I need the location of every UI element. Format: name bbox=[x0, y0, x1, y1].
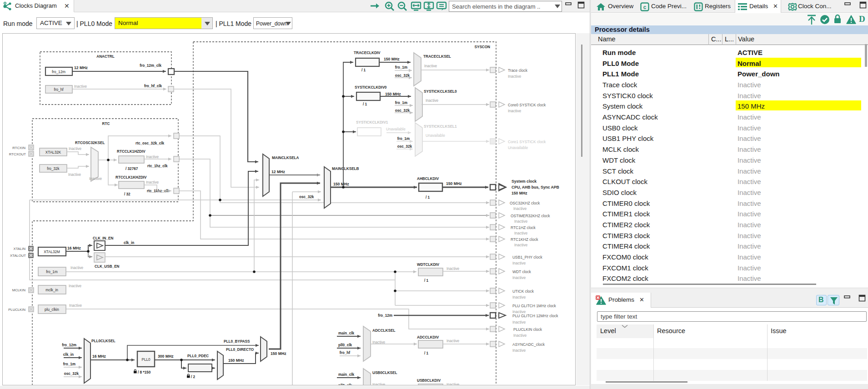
svg-text:MCLKIN: MCLKIN bbox=[12, 288, 25, 292]
svg-text:XTALOUT: XTALOUT bbox=[10, 254, 26, 258]
svg-text:MAINCLKSELA: MAINCLKSELA bbox=[272, 156, 299, 160]
svg-text:150 MHz: 150 MHz bbox=[384, 57, 400, 61]
svg-text:USB1_PHY clock: USB1_PHY clock bbox=[512, 255, 542, 259]
svg-text:16 MHz: 16 MHz bbox=[92, 354, 106, 359]
svg-text:Inactive: Inactive bbox=[447, 339, 460, 343]
svg-text:Inactive: Inactive bbox=[512, 261, 526, 265]
svg-text:12 MHz: 12 MHz bbox=[74, 65, 88, 70]
svg-text:RTCXOUT: RTCXOUT bbox=[9, 152, 26, 156]
svg-text:300 MHz: 300 MHz bbox=[158, 354, 174, 359]
svg-text:Inactive: Inactive bbox=[372, 383, 386, 385]
svg-text:TRACECLKDIV: TRACECLKDIV bbox=[354, 51, 381, 55]
svg-text:System clock: System clock bbox=[512, 179, 537, 184]
svg-text:/ 1: / 1 bbox=[361, 68, 366, 72]
svg-text:Inactive: Inactive bbox=[447, 383, 460, 385]
svg-text:main_clk: main_clk bbox=[338, 331, 354, 335]
svg-text:150 MHz: 150 MHz bbox=[271, 351, 286, 356]
svg-text:12 MHz: 12 MHz bbox=[271, 170, 285, 174]
svg-text:fro_12m_clk: fro_12m_clk bbox=[140, 64, 161, 68]
svg-text:CPU, AHB bus, Sync APB: CPU, AHB bus, Sync APB bbox=[512, 185, 559, 190]
svg-text:150 MHz: 150 MHz bbox=[512, 191, 527, 195]
svg-text:Inactive: Inactive bbox=[424, 64, 437, 68]
svg-text:SYSTICKCLKSEL1: SYSTICKCLKSEL1 bbox=[424, 125, 457, 129]
svg-text:ADCCLKDIV: ADCCLKDIV bbox=[417, 335, 439, 339]
svg-text:Inactive: Inactive bbox=[69, 284, 82, 288]
svg-text:Inactive: Inactive bbox=[514, 243, 527, 247]
svg-text:rtc_1hz_clk: rtc_1hz_clk bbox=[147, 164, 168, 168]
svg-text:PLL0_DIRECTO: PLL0_DIRECTO bbox=[226, 348, 254, 352]
svg-text:RTCCLK1KHZDIV: RTCCLK1KHZDIV bbox=[115, 175, 147, 180]
svg-text:/ 1: / 1 bbox=[424, 351, 429, 355]
svg-text:ASYNCADC_clock: ASYNCADC_clock bbox=[512, 342, 545, 347]
svg-text:/ 1: / 1 bbox=[426, 195, 430, 199]
svg-text:Inactive: Inactive bbox=[512, 295, 526, 299]
svg-text:Inactive: Inactive bbox=[447, 267, 460, 271]
svg-text:PLL0CLKSEL: PLL0CLKSEL bbox=[91, 339, 115, 343]
svg-text:Trace clock: Trace clock bbox=[508, 68, 528, 73]
svg-text:pll0_clk: pll0_clk bbox=[338, 343, 352, 347]
svg-text:XTAL32M: XTAL32M bbox=[44, 250, 60, 254]
svg-text:fro_1m: fro_1m bbox=[395, 65, 407, 70]
svg-text:UTICK clock: UTICK clock bbox=[512, 289, 534, 294]
svg-text:rtc_osc_32k_clk: rtc_osc_32k_clk bbox=[135, 141, 165, 145]
svg-text:Unavailable: Unavailable bbox=[508, 145, 528, 150]
svg-text:c: c bbox=[643, 4, 647, 10]
svg-text:Inactive: Inactive bbox=[68, 173, 81, 177]
svg-text:RTC: RTC bbox=[102, 122, 110, 126]
svg-text:Core0 SYSTICK clock: Core0 SYSTICK clock bbox=[508, 103, 546, 107]
svg-text:SYSTICKCLKDIV1: SYSTICKCLKDIV1 bbox=[356, 120, 388, 125]
svg-text:OSTIMER32KHZ clock: OSTIMER32KHZ clock bbox=[511, 214, 550, 218]
svg-text:RTCXIN: RTCXIN bbox=[12, 146, 25, 150]
svg-text:CLK_USB_EN: CLK_USB_EN bbox=[95, 264, 120, 269]
svg-text:TRACECLKSEL: TRACECLKSEL bbox=[423, 55, 451, 59]
svg-text:fro_12m: fro_12m bbox=[378, 314, 392, 318]
svg-text:pll0_clk: pll0_clk bbox=[338, 384, 352, 385]
svg-text:XTAL32K: XTAL32K bbox=[45, 150, 61, 155]
svg-text:PLUCLKIN: PLUCLKIN bbox=[8, 308, 25, 312]
svg-text:150 MHz: 150 MHz bbox=[385, 92, 401, 96]
svg-text:ADCCLKSEL: ADCCLKSEL bbox=[372, 329, 395, 333]
svg-text:PLU GLITCH 1MHz clock: PLU GLITCH 1MHz clock bbox=[512, 304, 557, 308]
svg-text:Core1 SYSTICK clock: Core1 SYSTICK clock bbox=[508, 140, 546, 144]
svg-text:osc_32k: osc_32k bbox=[397, 145, 412, 149]
svg-text:MAINCLKSELB: MAINCLKSELB bbox=[332, 167, 359, 171]
svg-text:Inactive: Inactive bbox=[508, 109, 521, 113]
svg-text:RTC1HZ clock: RTC1HZ clock bbox=[511, 225, 536, 230]
svg-text:PLL0_PDEC: PLL0_PDEC bbox=[187, 354, 209, 358]
svg-text:/ 1: / 1 bbox=[424, 279, 429, 283]
svg-text:150 MHz: 150 MHz bbox=[446, 181, 462, 186]
svg-text:PLL0_BYPASS: PLL0_BYPASS bbox=[224, 339, 250, 344]
svg-text:fro_32k: fro_32k bbox=[47, 167, 60, 171]
svg-text:OSC32KHZ clock: OSC32KHZ clock bbox=[510, 201, 540, 205]
svg-text:main_clk: main_clk bbox=[338, 373, 354, 377]
svg-text:fro_1m: fro_1m bbox=[46, 270, 58, 274]
svg-text:Unavailable: Unavailable bbox=[426, 134, 445, 138]
svg-text:USB0CLKDIV: USB0CLKDIV bbox=[417, 379, 441, 383]
svg-text:fro_1m: fro_1m bbox=[395, 101, 407, 105]
svg-text:XTALIN: XTALIN bbox=[13, 247, 25, 251]
svg-text:Inactive: Inactive bbox=[508, 74, 521, 79]
svg-text:/ 32767: / 32767 bbox=[125, 167, 138, 171]
svg-text:WDT clock: WDT clock bbox=[512, 269, 531, 274]
svg-text:fro_1m: fro_1m bbox=[63, 362, 75, 366]
svg-text:USB0CLKSEL: USB0CLKSEL bbox=[372, 371, 397, 375]
svg-text:Inactive: Inactive bbox=[69, 147, 82, 151]
svg-text:Inactive: Inactive bbox=[146, 180, 159, 185]
svg-text:Unavailable: Unavailable bbox=[386, 127, 406, 131]
svg-text:AHBCLKDIV: AHBCLKDIV bbox=[417, 177, 439, 181]
svg-text:osc_32k: osc_32k bbox=[395, 109, 410, 113]
svg-text:/ 32: / 32 bbox=[124, 192, 130, 196]
svg-text:Inactive: Inactive bbox=[69, 304, 82, 308]
svg-text:CLK_IN_EN: CLK_IN_EN bbox=[93, 236, 114, 240]
svg-text:fro_hf: fro_hf bbox=[54, 88, 64, 92]
svg-text:Inactive: Inactive bbox=[513, 333, 527, 338]
svg-text:fro_12m: fro_12m bbox=[52, 70, 65, 74]
svg-text:clk_in: clk_in bbox=[63, 353, 74, 357]
svg-text:150 MHz: 150 MHz bbox=[228, 358, 244, 363]
svg-text:RTC1KHZ clock: RTC1KHZ clock bbox=[511, 237, 538, 242]
svg-text:fro_hf_clk: fro_hf_clk bbox=[144, 84, 162, 88]
svg-text:mclk_in: mclk_in bbox=[45, 288, 58, 292]
svg-text:RTCCLK1HZDIV: RTCCLK1HZDIV bbox=[117, 150, 146, 154]
svg-text:Inactive: Inactive bbox=[512, 275, 526, 280]
svg-text:SYSTICKCLKSEL0: SYSTICKCLKSEL0 bbox=[424, 90, 457, 94]
